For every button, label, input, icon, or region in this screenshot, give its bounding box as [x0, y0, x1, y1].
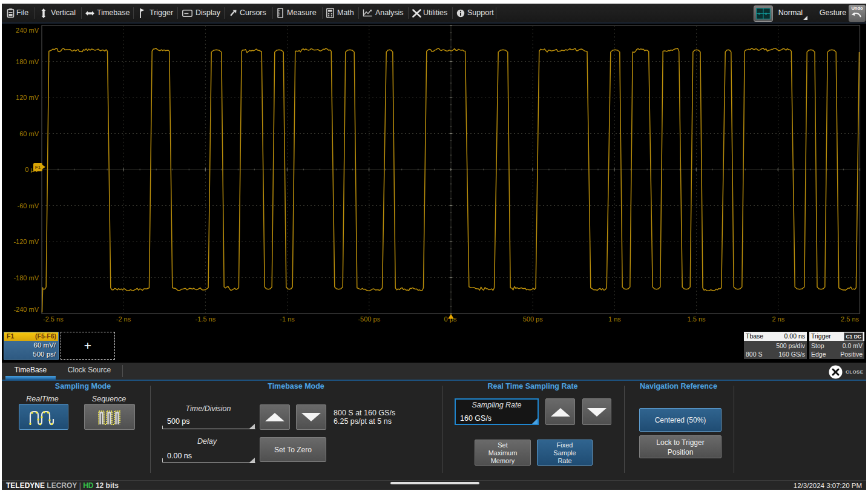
svg-text:1 ns: 1 ns — [608, 315, 621, 323]
svg-text:-1.5 ns: -1.5 ns — [196, 315, 216, 323]
svg-text:-180 mV: -180 mV — [13, 274, 39, 282]
svg-text:-240 mV: -240 mV — [13, 306, 39, 313]
svg-text:-2.5 ns: -2.5 ns — [43, 315, 64, 323]
svg-text:1.5 ns: 1.5 ns — [688, 315, 706, 323]
svg-text:2 ns: 2 ns — [772, 315, 784, 323]
svg-text:-60 mV: -60 mV — [18, 202, 39, 209]
svg-text:-500 ps: -500 ps — [358, 315, 380, 323]
svg-text:500 ps: 500 ps — [523, 315, 544, 323]
svg-text:180 mV: 180 mV — [16, 58, 39, 65]
svg-text:60 mV: 60 mV — [19, 130, 39, 137]
svg-text:F1: F1 — [35, 165, 41, 170]
svg-text:240 mV: 240 mV — [16, 27, 39, 34]
svg-text:-2 ns: -2 ns — [116, 315, 131, 323]
svg-text:-1 ns: -1 ns — [280, 315, 295, 323]
svg-text:120 mV: 120 mV — [16, 94, 39, 101]
svg-text:2.5 ns: 2.5 ns — [841, 315, 859, 323]
svg-text:-120 mV: -120 mV — [13, 238, 39, 245]
